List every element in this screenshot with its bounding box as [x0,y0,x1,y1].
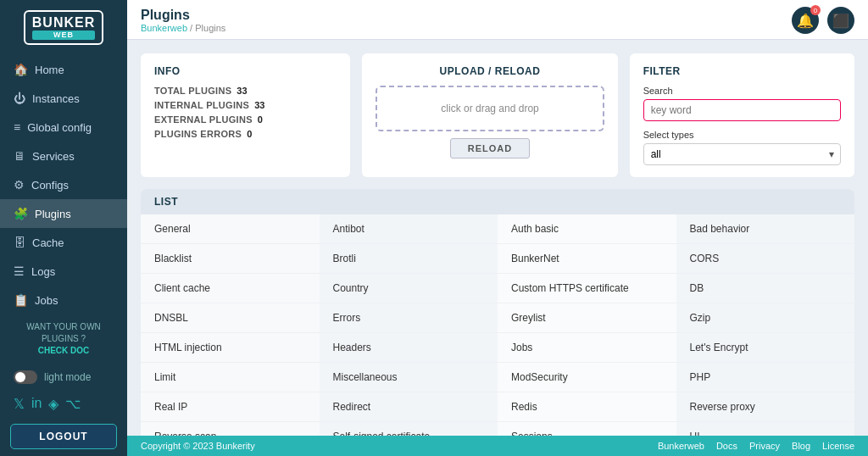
list-item[interactable]: General [141,214,320,244]
notification-badge: 0 [810,5,821,15]
toggle-track[interactable] [14,370,37,384]
filter-card: FILTER Search Select types allinternalex… [630,53,854,177]
list-item[interactable]: Reverse scan [141,422,320,436]
footer-link-docs[interactable]: Docs [716,441,737,451]
list-item[interactable]: Greylist [498,303,676,333]
logout-button[interactable]: LOGOUT [10,424,117,449]
type-select-wrapper: allinternalexternal [643,143,841,165]
sidebar-item-logs[interactable]: ☰Logs [0,257,127,286]
sidebar-item-label: Configs [31,179,69,192]
info-row: EXTERNAL PLUGINS0 [154,114,337,125]
list-item[interactable]: Self-signed certificate [320,422,498,436]
list-item[interactable]: ModSecurity [498,363,676,392]
notification-icon[interactable]: 🔔 0 [792,7,819,34]
breadcrumb-home[interactable]: Bunkerweb [141,23,187,33]
configs-icon: ⚙ [14,178,25,192]
sidebar-item-global-config[interactable]: ≡Global config [0,113,127,142]
info-label: INTERNAL PLUGINS [154,100,249,110]
info-value: 33 [254,100,264,110]
upload-card: UPLOAD / RELOAD click or drag and drop R… [362,53,617,177]
upload-drop-zone[interactable]: click or drag and drop [376,86,604,131]
info-row: PLUGINS ERRORS0 [154,129,337,139]
type-select[interactable]: allinternalexternal [643,143,841,165]
list-item[interactable]: Brotli [320,244,498,274]
home-icon: 🏠 [14,63,28,76]
page-title: Plugins [141,8,225,23]
social-icons: 𝕏 in ◈ ⌥ [0,391,127,417]
list-item[interactable]: Blacklist [141,244,320,274]
info-label: PLUGINS ERRORS [154,129,242,139]
list-item[interactable]: CORS [676,244,855,274]
info-value: 0 [247,129,252,139]
sidebar-item-plugins[interactable]: 🧩Plugins [0,199,127,228]
list-item[interactable]: Redis [498,392,676,422]
list-item[interactable]: HTML injection [141,333,320,363]
plugins-list-grid: GeneralAntibotAuth basicBad behaviorBlac… [141,214,854,436]
list-item[interactable]: Antibot [320,214,498,244]
list-item[interactable]: Auth basic [498,214,676,244]
info-row: TOTAL PLUGINS33 [154,86,337,96]
list-item[interactable]: Gzip [676,303,855,333]
sidebar-promo: WANT YOUR OWN PLUGINS ? CHECK DOC [0,314,127,364]
sidebar-item-label: Cache [32,236,64,249]
list-item[interactable]: BunkerNet [498,244,676,274]
light-mode-toggle[interactable]: light mode [0,364,127,391]
list-item[interactable]: PHP [676,363,855,392]
list-item[interactable]: DB [676,274,855,303]
check-doc-link[interactable]: CHECK DOC [10,345,117,357]
list-item[interactable]: Real IP [141,392,320,422]
discord-icon[interactable]: ◈ [48,396,58,412]
services-icon: 🖥 [14,149,25,163]
sidebar-item-cache[interactable]: 🗄Cache [0,228,127,257]
instances-icon: ⏻ [14,92,25,105]
toggle-thumb [15,372,25,382]
list-item[interactable]: Sessions [498,422,676,436]
list-item[interactable]: Jobs [498,333,676,363]
list-item[interactable]: Client cache [141,274,320,303]
sidebar-item-label: Home [35,64,64,76]
topbar-left: Plugins Bunkerweb / Plugins [141,8,225,33]
logo-top: BUNKER [32,15,95,31]
list-item[interactable]: DNSBL [141,303,320,333]
list-item[interactable]: Reverse proxy [676,392,855,422]
list-item[interactable]: Miscellaneous [320,363,498,392]
sidebar-item-home[interactable]: 🏠Home [0,55,127,84]
list-item[interactable]: Let's Encrypt [676,333,855,363]
list-item[interactable]: Custom HTTPS certificate [498,274,676,303]
list-header: LIST [141,189,854,214]
plugins-icon: 🧩 [14,207,28,220]
info-label: EXTERNAL PLUGINS [154,114,253,125]
filter-search-label: Search [643,86,841,96]
list-item[interactable]: Bad behavior [676,214,855,244]
footer-link-bunkerweb[interactable]: Bunkerweb [658,441,704,451]
sidebar-item-instances[interactable]: ⏻Instances [0,84,127,113]
sidebar-item-label: Plugins [35,208,71,220]
plugins-list-section: LIST GeneralAntibotAuth basicBad behavio… [141,189,854,436]
sidebar-item-configs[interactable]: ⚙Configs [0,170,127,199]
twitter-icon[interactable]: 𝕏 [14,396,25,412]
info-rows: TOTAL PLUGINS33INTERNAL PLUGINS33EXTERNA… [154,86,337,139]
footer-links: BunkerwebDocsPrivacyBlogLicense [658,441,854,451]
footer-link-blog[interactable]: Blog [792,441,810,451]
linkedin-icon[interactable]: in [31,396,42,412]
sidebar-item-jobs[interactable]: 📋Jobs [0,286,127,314]
settings-icon[interactable]: ⬛ [827,7,854,34]
list-item[interactable]: Redirect [320,392,498,422]
topbar-right: 🔔 0 ⬛ [792,7,854,34]
sidebar-item-services[interactable]: 🖥Services [0,142,127,170]
list-item[interactable]: Errors [320,303,498,333]
search-input[interactable] [643,99,841,121]
list-item[interactable]: Limit [141,363,320,392]
footer-link-license[interactable]: License [822,441,854,451]
info-row: INTERNAL PLUGINS33 [154,100,337,110]
logo-bottom: WEB [32,31,95,41]
reload-button[interactable]: RELOAD [450,138,530,158]
github-icon[interactable]: ⌥ [65,396,81,412]
list-item[interactable]: Headers [320,333,498,363]
list-item[interactable]: UI [676,422,855,436]
footer-link-privacy[interactable]: Privacy [749,441,780,451]
filter-card-title: FILTER [643,65,841,77]
breadcrumb-current: Plugins [195,23,225,33]
info-card-title: INFO [154,65,337,77]
list-item[interactable]: Country [320,274,498,303]
